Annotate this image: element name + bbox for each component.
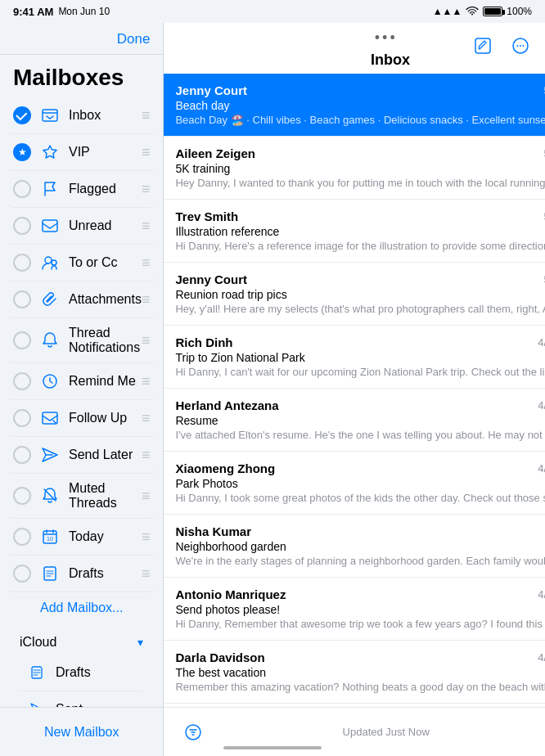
battery-percent: 100% — [507, 6, 532, 17]
svg-rect-1 — [43, 220, 57, 232]
battery-icon — [483, 7, 502, 16]
more-options-button[interactable] — [506, 31, 535, 61]
email-subject-8: Neighborhood garden — [175, 540, 545, 553]
mailbox-checkbox-follow-up — [13, 409, 31, 427]
email-preview-10: Remember this amazing vacation? Nothing … — [175, 681, 545, 693]
email-date-6: 4/28/24 — [538, 399, 545, 412]
email-item-9[interactable]: Antonio Manriquez 4/22/24 📎 › Send photo… — [164, 578, 545, 641]
mailbox-label-unread: Unread — [69, 218, 142, 233]
mailbox-label-flagged: Flagged — [69, 182, 142, 196]
mailbox-label-inbox: Inbox — [69, 108, 142, 123]
mailbox-label-muted-threads: Muted Threads — [69, 481, 142, 511]
right-panel: ••• Inbox Edit Jenny Court 5/5/24 📎 › B — [164, 23, 545, 756]
mailbox-label-remind-me: Remind Me — [69, 374, 142, 389]
done-button[interactable]: Done — [117, 31, 151, 47]
mailbox-item-remind-me[interactable]: Remind Me — [7, 363, 156, 400]
mailbox-icon-today: 10 — [39, 526, 61, 547]
add-mailbox-button[interactable]: Add Mailbox... — [7, 592, 156, 623]
mailbox-icon-muted-threads — [39, 485, 61, 506]
email-subject-4: Reunion road trip pics — [175, 288, 545, 301]
email-item-6[interactable]: Herland Antezana 4/28/24 📎 › Resume I've… — [164, 389, 545, 452]
mailbox-icon-attachments — [39, 289, 61, 310]
reorder-flagged — [142, 181, 151, 198]
mailbox-checkbox-thread-notifications — [13, 331, 31, 349]
home-indicator — [223, 746, 322, 749]
reorder-unread — [142, 218, 151, 235]
mailbox-checkbox-send-later — [13, 446, 31, 464]
svg-point-20 — [520, 45, 521, 47]
mailbox-icon-unread — [39, 215, 61, 236]
email-item-8[interactable]: Nisha Kumar 4/27/24 › Neighborhood garde… — [164, 515, 545, 578]
email-sender-8: Nisha Kumar — [175, 524, 545, 538]
mailbox-item-vip[interactable]: VIP — [7, 134, 156, 171]
left-panel: Done Mailboxes Inbox VIP — [0, 23, 164, 756]
email-list: Jenny Court 5/5/24 📎 › Beach day Beach D… — [164, 74, 545, 707]
email-item-4[interactable]: Jenny Court 5/2/24 📎 › Reunion road trip… — [164, 263, 545, 326]
reorder-today — [142, 529, 151, 546]
mailbox-icon-flagged — [39, 178, 61, 200]
email-item-7[interactable]: Xiaomeng Zhong 4/27/24 📎 › Park Photos H… — [164, 452, 545, 515]
mailbox-checkbox-attachments — [13, 290, 31, 308]
mailbox-item-today[interactable]: 10 Today — [7, 519, 156, 556]
icloud-sent-icon — [26, 699, 47, 707]
email-item-1[interactable]: Jenny Court 5/5/24 📎 › Beach day Beach D… — [164, 74, 545, 137]
email-date-7: 4/27/24 — [538, 462, 545, 475]
mailbox-icon-follow-up — [39, 407, 61, 429]
mailbox-item-flagged[interactable]: Flagged — [7, 171, 156, 208]
mailbox-item-drafts[interactable]: Drafts — [7, 556, 156, 592]
email-preview-6: I've attached Elton's resume. He's the o… — [175, 429, 545, 441]
email-subject-9: Send photos please! — [175, 603, 545, 616]
svg-point-2 — [45, 257, 52, 263]
email-item-5[interactable]: Rich Dinh 4/28/24 📎 › Trip to Zion Natio… — [164, 326, 545, 389]
wifi-icon — [466, 7, 479, 16]
reorder-send-later — [142, 447, 151, 464]
reorder-follow-up — [142, 410, 151, 427]
svg-point-19 — [517, 45, 519, 47]
email-preview-8: We're in the early stages of planning a … — [175, 555, 545, 567]
signal-icon: ▲▲▲ — [433, 6, 462, 17]
status-date: Mon Jun 10 — [58, 6, 110, 17]
svg-text:10: 10 — [47, 536, 53, 542]
left-bottom-bar: New Mailbox — [0, 707, 163, 756]
reorder-thread-notifications — [142, 332, 151, 349]
email-item-10[interactable]: Darla Davidson 4/17/24 📎 › The best vaca… — [164, 641, 545, 704]
mailbox-item-send-later[interactable]: Send Later — [7, 437, 156, 474]
mailbox-checkbox-muted-threads — [13, 487, 31, 505]
email-sender-5: Rich Dinh — [175, 335, 538, 349]
email-date-5: 4/28/24 — [538, 336, 545, 349]
mailbox-item-unread[interactable]: Unread — [7, 208, 156, 245]
mailbox-item-to-or-cc[interactable]: To or Cc — [7, 245, 156, 281]
icloud-item-drafts[interactable]: Drafts — [20, 655, 143, 691]
compose-button[interactable] — [468, 31, 498, 61]
email-preview-1: Beach Day 🏖️ · Chill vibes · Beach games… — [175, 114, 545, 126]
mailbox-checkbox-to-or-cc — [13, 254, 31, 272]
icloud-section: iCloud ▾ Drafts Sent — [7, 623, 156, 707]
mailbox-item-attachments[interactable]: Attachments — [7, 281, 156, 318]
reorder-to-or-cc — [142, 254, 151, 272]
mailbox-label-vip: VIP — [69, 145, 142, 160]
mailbox-item-muted-threads[interactable]: Muted Threads — [7, 474, 156, 519]
icloud-drafts-icon — [26, 662, 47, 683]
email-item-2[interactable]: Aileen Zeigen 5/4/24 📎 › 5K training Hey… — [164, 137, 545, 200]
icloud-header[interactable]: iCloud ▾ — [20, 630, 143, 655]
email-subject-6: Resume — [175, 414, 545, 427]
mailbox-item-follow-up[interactable]: Follow Up — [7, 400, 156, 437]
email-sender-3: Trev Smith — [175, 209, 543, 223]
three-dots-icon: ••• — [375, 29, 398, 47]
icloud-item-sent[interactable]: Sent — [20, 691, 143, 707]
mailbox-label-today: Today — [69, 529, 142, 544]
updated-status: Updated Just Now — [209, 726, 545, 738]
email-item-3[interactable]: Trev Smith 5/3/24 📎 › Illustration refer… — [164, 200, 545, 263]
mailbox-item-inbox[interactable]: Inbox — [7, 97, 156, 134]
mailbox-checkbox-remind-me — [13, 372, 31, 390]
mailbox-checkbox-today — [13, 528, 31, 546]
new-mailbox-button[interactable]: New Mailbox — [44, 725, 119, 740]
reorder-muted-threads — [142, 488, 151, 505]
email-subject-1: Beach day — [175, 99, 545, 112]
mailbox-item-thread-notifications[interactable]: Thread Notifications — [7, 318, 156, 363]
mailbox-label-drafts: Drafts — [69, 566, 142, 581]
svg-point-21 — [523, 45, 525, 47]
reorder-remind-me — [142, 373, 151, 390]
mailbox-checkbox-unread — [13, 217, 31, 235]
filter-icon[interactable] — [177, 716, 209, 749]
